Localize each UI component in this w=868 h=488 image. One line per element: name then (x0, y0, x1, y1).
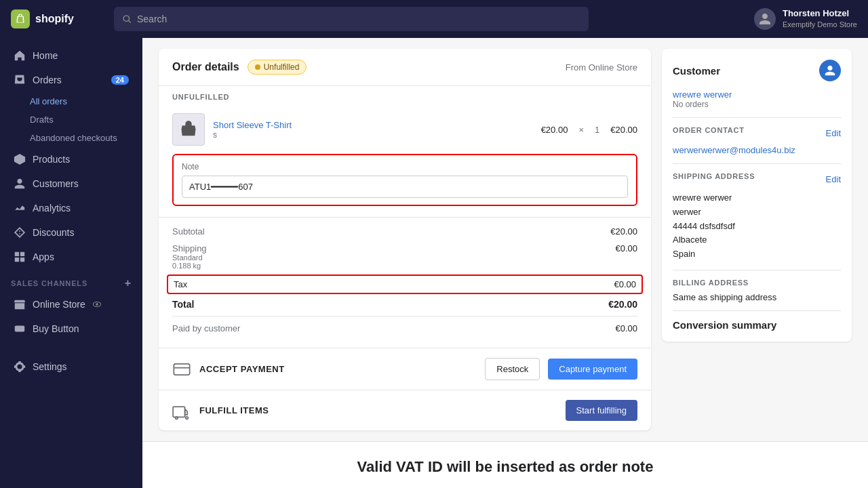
total-label: Total (172, 299, 194, 310)
tax-row: Tax €0.00 (167, 274, 643, 294)
status-badge: Unfulfilled (248, 60, 307, 75)
sidebar-item-settings[interactable]: Settings (3, 354, 140, 379)
shipping-address: wrewre werwer werwer 44444 dsfsdfsdf Alb… (673, 191, 841, 262)
order-contact-header: ORDER CONTACT Edit (673, 126, 841, 140)
restock-button[interactable]: Restock (485, 358, 540, 380)
sidebar-item-customers[interactable]: Customers (3, 171, 140, 196)
user-store: Exemptify Demo Store (783, 20, 857, 29)
sidebar-item-drafts[interactable]: Drafts (0, 110, 142, 129)
sidebar-item-label-products: Products (33, 154, 70, 165)
price-qty: 1 (595, 125, 599, 135)
bottom-promo: Valid VAT ID will be inserted as order n… (142, 441, 868, 488)
product-thumb-icon (179, 120, 198, 139)
sidebar-item-online-store[interactable]: Online Store (3, 292, 140, 317)
shipping-address-header: SHIPPING ADDRESS Edit (673, 172, 841, 186)
sidebar-item-home[interactable]: Home (3, 43, 140, 68)
shipping-label-text: Shipping (172, 243, 207, 253)
conversion-summary: Conversion summary (673, 319, 841, 331)
svg-rect-5 (174, 363, 189, 374)
product-variant: s (213, 130, 533, 140)
total-row: Total €20.00 (172, 296, 637, 313)
price-unit: €20.00 (541, 125, 568, 135)
shipping-row: Shipping Standard 0.188 kg €0.00 (172, 240, 637, 273)
shipping-label: Shipping Standard 0.188 kg (172, 243, 207, 270)
store-name: Online Store (589, 62, 637, 73)
subtotal-row: Subtotal €20.00 (172, 223, 637, 240)
product-pricing: €20.00 × 1 €20.00 (541, 125, 637, 135)
start-fulfilling-button[interactable]: Start fulfilling (566, 400, 637, 421)
settings-icon (14, 361, 26, 373)
paid-label: Paid by customer (172, 323, 240, 333)
sidebar-item-discounts[interactable]: Discounts (3, 220, 140, 245)
shipping-address-title: SHIPPING ADDRESS (673, 172, 755, 180)
svg-point-7 (176, 416, 178, 419)
product-name[interactable]: Short Sleeve T-Shirt (213, 120, 533, 130)
order-details-header: Order details Unfulfilled From Online St… (159, 49, 651, 86)
customers-icon (14, 178, 26, 190)
apps-icon (14, 251, 26, 263)
top-navigation: shopify Thorsten Hotzel Exemptify Demo S… (0, 0, 868, 38)
note-section: Note (172, 154, 637, 206)
capture-payment-button[interactable]: Capture payment (548, 359, 637, 380)
shipping-company: werwer (673, 205, 841, 220)
svg-rect-6 (173, 407, 184, 417)
sidebar-item-label-home: Home (33, 50, 58, 61)
total-value: €20.00 (608, 299, 637, 310)
products-icon (14, 153, 26, 165)
right-panel: Customer wrewre werwer No orders ORDER C… (662, 49, 852, 430)
avatar-person-icon (824, 64, 836, 77)
sidebar-item-label-customers: Customers (33, 178, 79, 189)
billing-address-title: BILLING ADDRESS (673, 279, 841, 287)
user-info: Thorsten Hotzel Exemptify Demo Store (783, 8, 857, 29)
sidebar-item-analytics[interactable]: Analytics (3, 196, 140, 220)
shipping-value: €0.00 (615, 243, 637, 270)
sidebar-item-label-apps: Apps (33, 251, 54, 262)
customer-name[interactable]: wrewre werwer (673, 89, 841, 100)
truck-icon (172, 401, 191, 420)
sidebar-item-buy-button[interactable]: Buy Button (3, 317, 140, 341)
price-total: €20.00 (610, 125, 637, 135)
content-area: Order details Unfulfilled From Online St… (142, 38, 868, 488)
customer-header: Customer (673, 60, 841, 81)
shopify-logo[interactable]: shopify (11, 9, 106, 28)
search-bar[interactable] (114, 7, 589, 31)
contact-email[interactable]: werwerwerwer@modules4u.biz (673, 145, 841, 155)
orders-badge: 24 (111, 75, 129, 85)
user-badge[interactable]: Thorsten Hotzel Exemptify Demo Store (754, 8, 857, 30)
product-thumbnail (172, 113, 205, 146)
content-inner: Order details Unfulfilled From Online St… (142, 38, 868, 441)
sidebar-item-label-orders: Orders (33, 75, 62, 85)
sidebar-item-apps[interactable]: Apps (3, 245, 140, 269)
subtotal-value: €20.00 (610, 226, 637, 237)
tax-value: €0.00 (614, 279, 636, 289)
order-item-row: Short Sleeve T-Shirt s €20.00 × 1 €20.00 (159, 105, 651, 154)
user-name: Thorsten Hotzel (783, 8, 857, 20)
search-icon (122, 14, 132, 24)
order-contact-edit[interactable]: Edit (826, 128, 841, 138)
payment-icon (172, 360, 191, 379)
search-input[interactable] (137, 14, 580, 24)
customer-title: Customer (673, 65, 720, 77)
accept-payment-section: ACCEPT PAYMENT Restock Capture payment (159, 348, 651, 390)
shipping-address-edit[interactable]: Edit (826, 174, 841, 184)
user-area: Thorsten Hotzel Exemptify Demo Store (754, 8, 857, 30)
note-input[interactable] (182, 176, 628, 198)
order-details-title: Order details (172, 61, 239, 73)
sidebar-item-all-orders[interactable]: All orders (0, 92, 142, 110)
sidebar-item-abandoned[interactable]: Abandoned checkouts (0, 129, 142, 147)
sidebar-item-orders[interactable]: Orders 24 (3, 68, 140, 92)
shipping-address-line: 44444 dsfsdfsdf (673, 220, 841, 234)
shipping-sub1: Standard (172, 253, 207, 262)
shipping-sub2: 0.188 kg (172, 262, 207, 270)
sidebar-item-label-discounts: Discounts (33, 227, 74, 238)
sidebar-item-products[interactable]: Products (3, 147, 140, 171)
svg-point-8 (186, 416, 189, 419)
sidebar-item-label-all-orders: All orders (30, 96, 67, 106)
note-label: Note (182, 162, 628, 171)
sidebar-item-label-online-store: Online Store (33, 299, 85, 310)
buy-button-icon (14, 323, 26, 335)
sidebar-item-label-settings: Settings (33, 361, 67, 372)
add-sales-channel-btn[interactable]: + (125, 277, 132, 289)
unfulfilled-label: UNFULFILLED (159, 86, 651, 105)
sales-channels-section: SALES CHANNELS + (0, 269, 142, 292)
